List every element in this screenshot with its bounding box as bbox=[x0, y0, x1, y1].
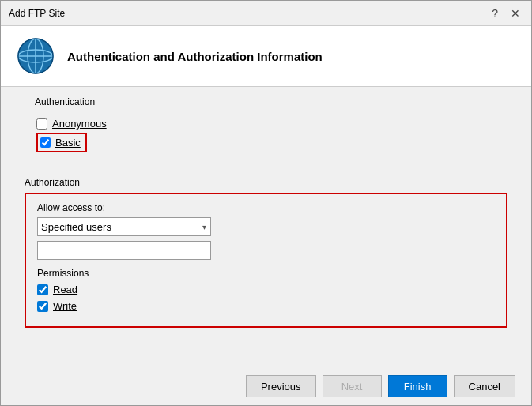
anonymous-row: Anonymous bbox=[36, 118, 496, 130]
read-text: Read bbox=[53, 284, 77, 295]
cancel-button[interactable]: Cancel bbox=[454, 375, 515, 397]
authentication-group: Authentication Anonymous Basic bbox=[25, 103, 507, 164]
authorization-section: Authorization Allow access to: Specified… bbox=[25, 177, 507, 328]
write-text: Write bbox=[53, 300, 77, 312]
dialog-title: Add FTP Site bbox=[9, 8, 65, 19]
read-label[interactable]: Read bbox=[53, 284, 77, 295]
next-button[interactable]: Next bbox=[323, 375, 382, 397]
authentication-group-label: Authentication bbox=[32, 96, 98, 107]
basic-border-box: Basic bbox=[36, 133, 87, 152]
title-bar: Add FTP Site ? ✕ bbox=[1, 1, 531, 26]
write-row: Write bbox=[37, 300, 495, 312]
allow-access-dropdown[interactable]: Specified users All Users Anonymous user… bbox=[37, 217, 211, 236]
read-row: Read bbox=[37, 284, 495, 295]
globe-icon bbox=[17, 37, 55, 75]
read-checkbox[interactable] bbox=[37, 284, 48, 295]
help-button[interactable]: ? bbox=[489, 7, 501, 20]
header-section: Authentication and Authorization Informa… bbox=[1, 26, 531, 87]
permissions-label: Permissions bbox=[37, 268, 495, 279]
finish-button[interactable]: Finish bbox=[388, 375, 447, 397]
header-title: Authentication and Authorization Informa… bbox=[67, 50, 323, 63]
write-checkbox[interactable] bbox=[37, 301, 48, 312]
basic-highlighted-row: Basic bbox=[36, 133, 496, 152]
anonymous-text: Anonymous bbox=[52, 118, 107, 130]
title-bar-left: Add FTP Site bbox=[9, 8, 65, 19]
content-area: Authentication Anonymous Basic Authoriza… bbox=[1, 87, 531, 367]
users-text-input[interactable] bbox=[37, 241, 211, 260]
allow-access-label: Allow access to: bbox=[37, 202, 495, 213]
previous-button[interactable]: Previous bbox=[246, 375, 316, 397]
footer: Previous Next Finish Cancel bbox=[1, 367, 531, 405]
allow-access-dropdown-container: Specified users All Users Anonymous user… bbox=[37, 217, 211, 236]
basic-checkbox[interactable] bbox=[40, 137, 51, 148]
basic-text: Basic bbox=[55, 137, 81, 148]
authorization-section-label: Authorization bbox=[25, 177, 507, 188]
basic-label[interactable]: Basic bbox=[55, 137, 81, 148]
dialog-window: Add FTP Site ? ✕ Authentication and Auth… bbox=[0, 0, 532, 406]
title-bar-controls: ? ✕ bbox=[489, 7, 523, 20]
authorization-group: Allow access to: Specified users All Use… bbox=[25, 193, 507, 328]
anonymous-checkbox[interactable] bbox=[36, 118, 47, 130]
anonymous-label[interactable]: Anonymous bbox=[52, 118, 107, 130]
write-label[interactable]: Write bbox=[53, 300, 77, 312]
close-button[interactable]: ✕ bbox=[507, 7, 523, 20]
